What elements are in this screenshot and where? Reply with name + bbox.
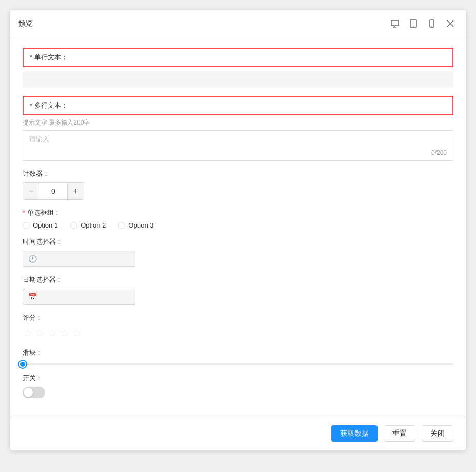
counter-plus-btn[interactable]: +: [67, 183, 84, 199]
star-3[interactable]: ☆: [47, 326, 57, 340]
clock-icon: 🕐: [28, 255, 37, 263]
reset-btn[interactable]: 重置: [384, 425, 415, 442]
time-picker-section: 时间选择器： 🕐: [23, 237, 453, 267]
mobile-view-btn[interactable]: [425, 16, 439, 31]
radio-label-2: Option 2: [81, 221, 106, 229]
textarea-hint: 提示文字,最多输入200字: [23, 118, 453, 127]
counter-minus-btn[interactable]: −: [23, 183, 39, 199]
date-picker-label: 日期选择器：: [23, 275, 453, 284]
rating-label: 评分：: [23, 313, 453, 322]
slider-label: 滑块：: [23, 348, 453, 357]
radio-group: Option 1 Option 2 Option 3: [23, 221, 453, 229]
close-window-btn[interactable]: 关闭: [422, 425, 453, 442]
toggle-switch[interactable]: [23, 387, 45, 398]
window-title: 预览: [18, 19, 33, 28]
svg-rect-0: [391, 20, 399, 26]
fetch-data-btn[interactable]: 获取数据: [331, 425, 378, 442]
desktop-view-btn[interactable]: [388, 16, 402, 31]
slider-thumb[interactable]: [19, 361, 26, 368]
time-picker-input[interactable]: 🕐: [23, 251, 135, 267]
counter-control: − 0 +: [23, 182, 84, 200]
slider-track[interactable]: [23, 363, 453, 365]
radio-section: * 单选框组： Option 1 Option 2 Option 3: [23, 208, 453, 229]
radio-option-3[interactable]: Option 3: [118, 221, 153, 229]
svg-point-4: [413, 26, 414, 27]
rating-section: 评分： ☆ ☆ ☆ ☆ ☆: [23, 313, 453, 340]
preview-window: 预览: [10, 10, 466, 450]
window-controls: [388, 16, 458, 31]
char-count: 0/200: [431, 149, 447, 156]
radio-label: * 单选框组：: [23, 208, 453, 217]
star-2[interactable]: ☆: [35, 326, 45, 340]
date-picker-section: 日期选择器： 📅: [23, 275, 453, 305]
multi-line-section: * 多行文本：: [23, 96, 453, 115]
radio-option-1[interactable]: Option 1: [23, 221, 58, 229]
toggle-section: 开关：: [23, 374, 453, 398]
radio-label-3: Option 3: [128, 221, 153, 229]
radio-circle-1: [23, 222, 30, 229]
textarea-placeholder: 请输入: [29, 135, 49, 144]
toggle-label: 开关：: [23, 374, 453, 383]
radio-circle-3: [118, 222, 125, 229]
footer: 获取数据 重置 关闭: [10, 417, 466, 450]
slider-section: 滑块：: [23, 348, 453, 365]
star-5[interactable]: ☆: [72, 326, 82, 340]
radio-option-2[interactable]: Option 2: [70, 221, 106, 229]
star-1[interactable]: ☆: [23, 326, 33, 340]
tablet-view-btn[interactable]: [406, 16, 421, 31]
textarea-wrapper: 请输入 0/200: [23, 130, 453, 161]
single-line-section: * 单行文本：: [23, 48, 453, 67]
single-line-label: * 单行文本：: [30, 53, 68, 61]
date-picker-input[interactable]: 📅: [23, 289, 135, 305]
counter-section: 计数器： − 0 +: [23, 169, 453, 200]
close-btn[interactable]: [443, 16, 458, 31]
time-picker-label: 时间选择器：: [23, 237, 453, 247]
titlebar: 预览: [10, 10, 466, 37]
radio-circle-2: [70, 222, 77, 229]
counter-label: 计数器：: [23, 169, 453, 178]
multi-line-label: * 多行文本：: [30, 101, 68, 109]
star-rating: ☆ ☆ ☆ ☆ ☆: [23, 326, 453, 340]
radio-label-1: Option 1: [33, 221, 58, 229]
single-line-input-spacer: [23, 71, 453, 88]
textarea-container[interactable]: 请输入 0/200: [23, 130, 453, 161]
star-4[interactable]: ☆: [60, 326, 70, 340]
counter-value: 0: [39, 183, 67, 199]
calendar-icon: 📅: [28, 293, 37, 301]
toggle-thumb: [24, 388, 33, 397]
form-content: * 单行文本： * 多行文本： 提示文字,最多输入200字 请输入 0/200 …: [10, 37, 466, 417]
svg-point-6: [431, 26, 432, 27]
